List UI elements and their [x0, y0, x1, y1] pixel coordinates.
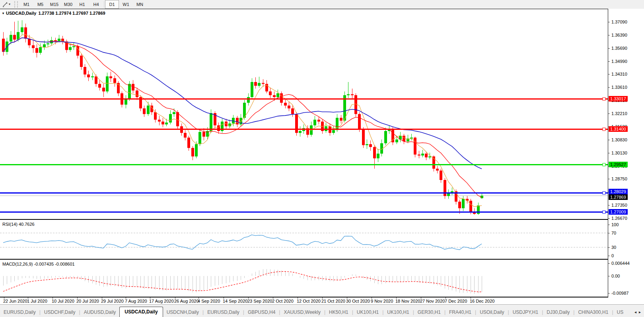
date-label: 12 Oct 2020	[297, 299, 321, 303]
axis-tick-mark	[608, 205, 610, 205]
level-price-label: 1.28029	[609, 189, 628, 194]
axis-tick-mark	[608, 263, 610, 264]
axis-tick-mark	[608, 48, 610, 49]
price-tick-label: 1.26670	[611, 216, 627, 221]
chart-tab-usdjpy-h1[interactable]: USDJPY,H1	[509, 308, 542, 317]
date-label: 4 Sep 2020	[198, 299, 220, 303]
date-label: 23 Sep 2020	[247, 299, 272, 303]
axis-tick-mark	[608, 113, 610, 114]
date-label: 22 Jun 2020	[3, 299, 27, 303]
macd-label: MACD(12,26,9) -0.007435 -0.008601	[2, 262, 75, 266]
date-label: 2 Oct 2020	[272, 299, 294, 303]
chart-title: ▾ USDCAD,Daily 1.27738 1.27974 1.27697 1…	[2, 11, 105, 16]
timeframe-button-W1[interactable]: W1	[119, 0, 133, 9]
timeframe-button-MN[interactable]: MN	[133, 0, 147, 9]
date-axis[interactable]: 22 Jun 20201 Jul 202010 Jul 202020 Jul 2…	[0, 297, 608, 304]
date-label: 7 Aug 2020	[125, 299, 147, 303]
chart-ohlc-values: 1.27738 1.27974 1.27697 1.27869	[38, 11, 105, 16]
price-tick-label: 1.33610	[611, 85, 627, 90]
tab-scroll-left-icon[interactable]: ◂	[634, 310, 636, 314]
timeframe-button-M30[interactable]: M30	[61, 0, 75, 9]
chart-tab-china300-h1[interactable]: CHINA300,H1	[574, 308, 612, 317]
axis-tick-mark	[608, 256, 610, 256]
price-tick-label: 1.28750	[611, 176, 627, 181]
axis-tick-mark	[608, 140, 610, 140]
axis-tick-mark	[608, 22, 610, 22]
chart-tab-bar: EURUSD,Daily|USDCHF,Daily|AUDUSD,DailyUS…	[0, 304, 644, 317]
timeframe-toolbar: ▾ M1M5M15M30H1H4D1W1MN	[0, 0, 644, 9]
date-label: 14 Sep 2020	[223, 299, 247, 303]
chart-tab-usdcad-daily[interactable]: USDCAD,Daily	[119, 307, 163, 317]
chart-tab-ger30-h1[interactable]: GER30,H1	[414, 308, 444, 317]
date-label: 26 Aug 2020	[174, 299, 199, 303]
timeframe-button-D1[interactable]: D1	[105, 0, 119, 9]
chart-title-collapse-icon[interactable]: ▾	[2, 12, 4, 15]
crosshair-pen-icon	[2, 2, 8, 7]
chevron-down-icon: ▾	[9, 3, 10, 6]
date-label: 10 Jul 2020	[52, 299, 74, 303]
axis-tick-mark	[608, 293, 610, 294]
timeframe-button-H1[interactable]: H1	[75, 0, 89, 9]
chart-tab-dj30-daily[interactable]: DJ30,Daily	[543, 308, 573, 317]
timeframe-button-group: M1M5M15M30H1H4D1W1MN	[19, 0, 147, 9]
chart-symbol-label: USDCAD,Daily	[6, 11, 36, 16]
axis-tick-mark	[608, 87, 610, 88]
price-tick-label: 1.34990	[611, 59, 627, 64]
timeframe-button-M5[interactable]: M5	[33, 0, 47, 9]
tab-scroll-controls: ◂▸	[634, 310, 644, 317]
rsi-tick-label: 30	[611, 245, 616, 250]
draw-tool-button[interactable]: ▾	[0, 0, 13, 9]
chart-tab-usoil-daily[interactable]: USOil,Daily	[476, 308, 508, 317]
date-label: 30 Oct 2020	[346, 299, 370, 303]
mt4-window: ▾ M1M5M15M30H1H4D1W1MN ▾ USDCAD,Daily 1.…	[0, 0, 644, 317]
price-tick-label: 1.37090	[611, 20, 627, 24]
level-price-label: 1.33017	[609, 96, 628, 102]
chart-tab-us[interactable]: US	[613, 308, 627, 317]
chart-tab-uk100-h1[interactable]: UK100,H1	[383, 308, 412, 317]
rsi-canvas[interactable]	[0, 220, 608, 259]
macd-canvas[interactable]	[0, 260, 608, 297]
date-label: 21 Oct 2020	[321, 299, 345, 303]
chart-tab-eurusd-daily[interactable]: EURUSD,Daily	[0, 308, 39, 317]
axis-tick-mark	[608, 61, 610, 62]
axis-tick-mark	[608, 179, 610, 179]
price-tick-label: 1.30130	[611, 151, 627, 155]
chart-tab-uk100-h1[interactable]: UK100,H1	[353, 308, 382, 317]
price-tick-label: 1.27350	[611, 203, 627, 207]
timeframe-button-M15[interactable]: M15	[47, 0, 61, 9]
rsi-tick-label: 0	[611, 253, 614, 258]
price-tick-label: 1.35690	[611, 46, 627, 51]
date-label: 16 Dec 2020	[470, 299, 494, 303]
rsi-tick-label: 70	[611, 231, 616, 235]
chart-tab-hk50-h1[interactable]: HK50,H1	[325, 308, 352, 317]
date-label: 1 Jul 2020	[27, 299, 47, 303]
main-chart-canvas[interactable]	[0, 9, 608, 219]
chart-tab-usdchf-daily[interactable]: USDCHF,Daily	[41, 308, 79, 317]
toolbar-grip[interactable]	[14, 1, 18, 8]
macd-tick-label: -0.00987	[611, 291, 628, 295]
price-tick-label: 1.32210	[611, 111, 627, 116]
chart-tab-xauusd-weekly[interactable]: XAUUSD,Weekly	[280, 308, 324, 317]
toolbar-separator	[104, 1, 104, 8]
axis-tick-mark	[608, 218, 610, 219]
date-label: 29 Jul 2020	[101, 299, 124, 303]
chart-tab-audusd-daily[interactable]: AUDUSD,Daily	[80, 308, 120, 317]
price-axis[interactable]: 1.370901.363901.356901.349901.343101.336…	[608, 9, 644, 304]
date-label: 27 Nov 2020	[420, 299, 445, 303]
date-label: 9 Nov 2020	[371, 299, 393, 303]
macd-tick-label: 0.006444	[611, 261, 630, 266]
timeframe-button-M1[interactable]: M1	[19, 0, 33, 9]
price-tick-label: 1.30830	[611, 137, 627, 142]
chart-tab-eurusd-daily[interactable]: EURUSD,Daily	[204, 308, 243, 317]
date-label: 20 Jul 2020	[76, 299, 99, 303]
price-tick-label: 1.34310	[611, 72, 627, 76]
timeframe-button-H4[interactable]: H4	[89, 0, 103, 9]
chart-tab-gbpusd-h4[interactable]: GBPUSD,H4	[244, 308, 279, 317]
macd-tick-label: 0.00	[611, 274, 620, 278]
date-label: 7 Dec 2020	[445, 299, 467, 303]
price-tick-label: 1.36390	[611, 33, 627, 37]
level-price-label: 1.29527	[609, 162, 628, 167]
chart-tab-fra40-h1[interactable]: FRA40,H1	[446, 308, 475, 317]
tab-scroll-right-icon[interactable]: ▸	[639, 310, 641, 314]
chart-tab-usdcnh-daily[interactable]: USDCNH,Daily	[163, 308, 202, 317]
